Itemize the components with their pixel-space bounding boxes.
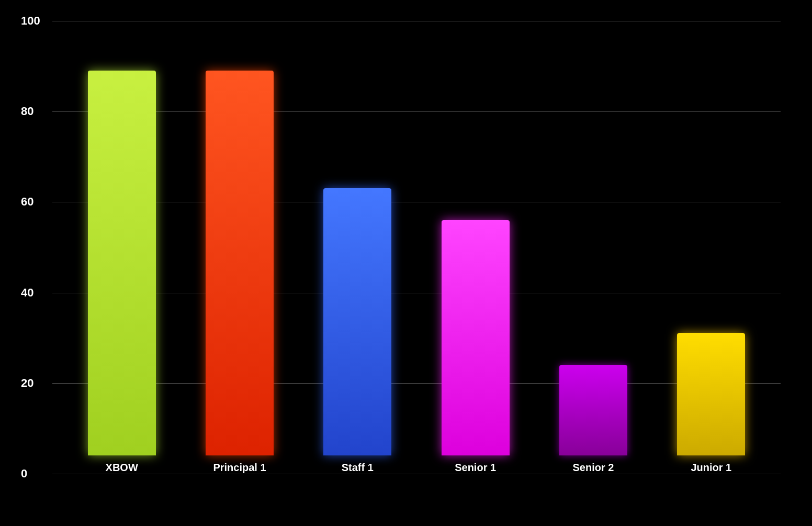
bar-xbow <box>88 71 156 455</box>
y-axis-label: 20 <box>21 376 33 390</box>
y-axis-label: 60 <box>21 195 33 209</box>
y-axis-label: 100 <box>21 14 40 28</box>
bar-group-senior2: Senior 2 <box>534 21 652 474</box>
grid-line <box>52 474 781 474</box>
y-axis-label: 40 <box>21 286 33 300</box>
bar-group-senior1: Senior 1 <box>416 21 534 474</box>
bar-label-senior2: Senior 2 <box>573 462 614 474</box>
chart-container: 100806040200 XBOWPrincipal 1Staff 1Senio… <box>0 0 812 526</box>
y-axis-label: 0 <box>21 467 27 481</box>
bar-label-junior1: Junior 1 <box>691 462 731 474</box>
bar-principal1 <box>206 71 274 455</box>
bar-label-staff1: Staff 1 <box>342 462 374 474</box>
bar-label-xbow: XBOW <box>106 462 138 474</box>
bar-group-xbow: XBOW <box>63 21 181 474</box>
bar-junior1 <box>677 333 745 455</box>
bar-group-junior1: Junior 1 <box>652 21 770 474</box>
bar-label-principal1: Principal 1 <box>213 462 266 474</box>
bars-wrapper: XBOWPrincipal 1Staff 1Senior 1Senior 2Ju… <box>52 21 781 474</box>
chart-area: 100806040200 XBOWPrincipal 1Staff 1Senio… <box>52 21 781 474</box>
bar-staff1 <box>323 188 391 455</box>
bar-senior1 <box>442 220 510 455</box>
bar-group-staff1: Staff 1 <box>299 21 416 474</box>
bar-senior2 <box>559 365 627 455</box>
bar-label-senior1: Senior 1 <box>455 462 496 474</box>
bar-group-principal1: Principal 1 <box>181 21 298 474</box>
y-axis-label: 80 <box>21 105 33 118</box>
